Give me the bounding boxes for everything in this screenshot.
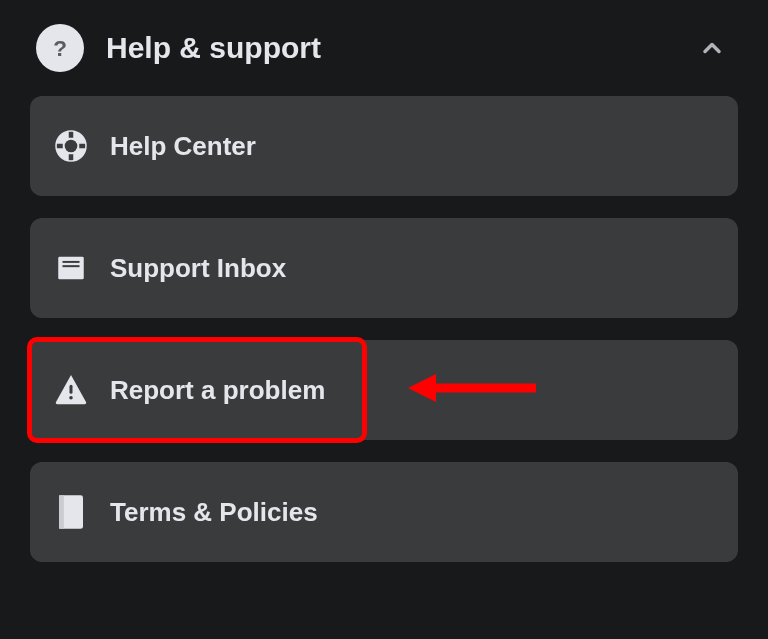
question-icon: ? [36, 24, 84, 72]
menu-item-label: Support Inbox [110, 253, 286, 284]
svg-rect-16 [59, 495, 64, 529]
svg-point-3 [65, 140, 78, 153]
help-support-panel: ? Help & support Help C [0, 0, 768, 582]
document-icon [52, 493, 90, 531]
svg-rect-10 [63, 265, 80, 267]
menu-item-help-center[interactable]: Help Center [30, 96, 738, 196]
menu-item-label: Terms & Policies [110, 497, 318, 528]
svg-rect-9 [63, 261, 80, 263]
menu-item-report-problem[interactable]: Report a problem [30, 340, 738, 440]
lifebuoy-icon [52, 127, 90, 165]
menu-item-terms-policies[interactable]: Terms & Policies [30, 462, 738, 562]
menu-list: Help Center Support Inbox Report a p [30, 96, 738, 562]
menu-item-support-inbox[interactable]: Support Inbox [30, 218, 738, 318]
menu-item-label: Report a problem [110, 375, 325, 406]
svg-text:?: ? [53, 36, 67, 61]
chevron-up-icon[interactable] [698, 34, 732, 62]
header-title: Help & support [106, 31, 698, 65]
annotation-arrow-icon [408, 368, 538, 412]
svg-rect-11 [70, 385, 73, 394]
menu-item-label: Help Center [110, 131, 256, 162]
svg-point-12 [69, 396, 73, 400]
inbox-icon [52, 249, 90, 287]
warning-icon [52, 371, 90, 409]
help-support-header[interactable]: ? Help & support [30, 18, 738, 90]
svg-marker-14 [408, 374, 436, 402]
